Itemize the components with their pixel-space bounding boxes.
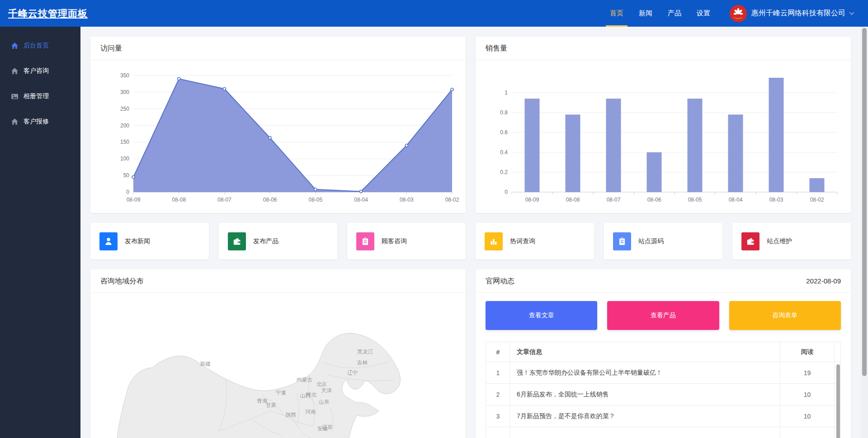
china-map: 新疆黑龙江吉林辽宁内蒙古北京天津宁夏山西河北青海甘肃山东河南陕西安徽江苏 <box>108 306 451 438</box>
site-news-card: 官网动态 2022-08-09 查看文章 查看产品 咨询表单 # <box>476 269 851 438</box>
inquiry-form-button[interactable]: 咨询表单 <box>729 301 841 330</box>
table-row-partial <box>486 427 841 438</box>
quick-actions-row: 发布新闻 发布产品 顾客咨询 热词查询 <box>90 223 851 259</box>
quick-action-hot-words[interactable]: 热词查询 <box>476 223 594 259</box>
user-icon <box>99 232 118 250</box>
article-link[interactable]: 6月新品发布，全国统一上线销售 <box>510 384 780 405</box>
svg-text:08-02: 08-02 <box>810 197 824 203</box>
svg-text:0.8: 0.8 <box>500 109 508 116</box>
col-header-reads: 阅读 <box>780 342 835 362</box>
visits-area-chart: 05010015020025030035008-0908-0808-0708-0… <box>90 60 466 213</box>
svg-text:08-05: 08-05 <box>309 197 323 203</box>
svg-text:河南: 河南 <box>305 409 316 414</box>
svg-text:08-02: 08-02 <box>445 197 459 203</box>
svg-text:0.4: 0.4 <box>500 149 508 155</box>
sales-chart-card: 销售量 00.20.40.60.8108-0908-0808-0708-0608… <box>476 37 851 213</box>
svg-text:新疆: 新疆 <box>200 361 211 367</box>
quick-action-site-maintenance[interactable]: 站点维护 <box>732 223 851 259</box>
home-icon <box>11 67 19 75</box>
col-header-info: 文章信息 <box>510 342 780 362</box>
svg-text:200: 200 <box>120 122 129 129</box>
svg-text:08-03: 08-03 <box>400 197 414 203</box>
table-row: 1 强！东莞市华朗办公设备有限公司上半年销量破亿！ 19 <box>486 362 841 384</box>
svg-text:08-09: 08-09 <box>525 197 539 203</box>
svg-text:08-08: 08-08 <box>566 197 580 203</box>
sidebar-item-album-management[interactable]: 相册管理 <box>0 84 80 109</box>
company-name: 惠州千峰云网络科技有限公司 <box>751 9 845 18</box>
svg-text:08-07: 08-07 <box>607 197 621 203</box>
wallet-icon <box>741 232 760 250</box>
svg-text:08-04: 08-04 <box>354 197 368 203</box>
sidebar-item-dashboard[interactable]: 后台首页 <box>0 33 80 58</box>
svg-text:250: 250 <box>120 106 129 112</box>
nav-item-products[interactable]: 产品 <box>660 0 689 27</box>
svg-text:黑龙江: 黑龙江 <box>357 349 373 354</box>
page-scrollbar-thumb[interactable] <box>862 28 867 376</box>
svg-text:河北: 河北 <box>305 391 316 397</box>
svg-text:0.2: 0.2 <box>500 169 508 175</box>
svg-text:北京: 北京 <box>316 381 327 387</box>
col-header-num: # <box>486 342 510 362</box>
app-title[interactable]: 千峰云技管理面板 <box>8 7 88 20</box>
svg-text:50: 50 <box>123 172 130 179</box>
table-row: 3 7月新品预告，是不是你喜欢的菜？ 10 <box>486 405 841 427</box>
quick-action-customer-inquiry[interactable]: 顾客咨询 <box>347 223 466 259</box>
svg-text:天津: 天津 <box>321 387 332 393</box>
map-title: 咨询地域分布 <box>100 269 144 292</box>
svg-text:08-03: 08-03 <box>769 197 783 203</box>
svg-text:08-06: 08-06 <box>263 197 277 203</box>
quick-action-site-source[interactable]: 站点源码 <box>604 223 722 259</box>
svg-text:0: 0 <box>505 189 508 195</box>
view-articles-button[interactable]: 查看文章 <box>486 301 597 330</box>
svg-text:0: 0 <box>126 189 129 195</box>
news-date: 2022-08-09 <box>806 269 841 292</box>
svg-text:吉林: 吉林 <box>357 359 368 365</box>
svg-text:陕西: 陕西 <box>286 412 297 418</box>
chevron-down-icon <box>849 12 854 15</box>
article-link[interactable]: 7月新品预告，是不是你喜欢的菜？ <box>510 405 780 427</box>
svg-text:江苏: 江苏 <box>322 424 333 430</box>
table-header-row: # 文章信息 阅读 <box>486 342 841 362</box>
wallet-icon <box>228 232 246 250</box>
svg-text:山东: 山东 <box>319 399 330 405</box>
image-icon <box>11 93 19 100</box>
top-nav: 首页 新闻 产品 设置 <box>602 0 718 27</box>
article-link[interactable]: 强！东莞市华朗办公设备有限公司上半年销量破亿！ <box>510 362 780 384</box>
sales-chart-title: 销售量 <box>486 37 507 60</box>
svg-text:350: 350 <box>120 72 129 79</box>
region-map-card: 咨询地域分布 <box>90 269 466 438</box>
table-row: 2 6月新品发布，全国统一上线销售 10 <box>486 384 841 405</box>
sidebar-item-customer-repair[interactable]: 客户报修 <box>0 109 80 134</box>
svg-text:内蒙古: 内蒙古 <box>297 377 312 382</box>
svg-text:08-04: 08-04 <box>729 197 743 203</box>
company-logo-avatar <box>730 5 747 22</box>
quick-action-publish-product[interactable]: 发布产品 <box>219 223 337 259</box>
user-menu[interactable]: 惠州千峰云网络科技有限公司 <box>730 5 854 22</box>
svg-text:08-07: 08-07 <box>217 197 231 203</box>
svg-text:100: 100 <box>120 155 129 162</box>
table-scrollbar[interactable] <box>836 364 840 438</box>
page-scrollbar[interactable] <box>861 27 868 438</box>
clipboard-icon <box>356 232 374 250</box>
top-header: 千峰云技管理面板 首页 新闻 产品 设置 <box>0 0 868 27</box>
main-content: 访问量 05010015020025030035008-0908-0808-07… <box>80 27 868 438</box>
sidebar: 后台首页 客户咨询 相册管理 客户报修 <box>0 27 80 438</box>
nav-item-home[interactable]: 首页 <box>602 0 631 27</box>
svg-text:08-09: 08-09 <box>127 197 141 203</box>
nav-item-settings[interactable]: 设置 <box>689 0 718 27</box>
clipboard-icon <box>613 232 631 250</box>
svg-text:辽宁: 辽宁 <box>347 370 358 376</box>
sidebar-item-customer-consult[interactable]: 客户咨询 <box>0 58 80 84</box>
svg-text:300: 300 <box>120 89 129 95</box>
sales-bar-chart: 00.20.40.60.8108-0908-0808-0708-0608-050… <box>476 60 851 213</box>
visits-chart-card: 访问量 05010015020025030035008-0908-0808-07… <box>90 37 466 213</box>
svg-text:1: 1 <box>505 89 508 96</box>
view-products-button[interactable]: 查看产品 <box>607 301 719 330</box>
home-icon <box>11 118 19 126</box>
svg-text:08-06: 08-06 <box>647 197 661 203</box>
svg-text:甘肃: 甘肃 <box>266 402 276 408</box>
news-title: 官网动态 <box>486 269 514 292</box>
nav-item-news[interactable]: 新闻 <box>631 0 660 27</box>
svg-text:宁夏: 宁夏 <box>276 390 286 396</box>
quick-action-publish-news[interactable]: 发布新闻 <box>90 223 209 259</box>
